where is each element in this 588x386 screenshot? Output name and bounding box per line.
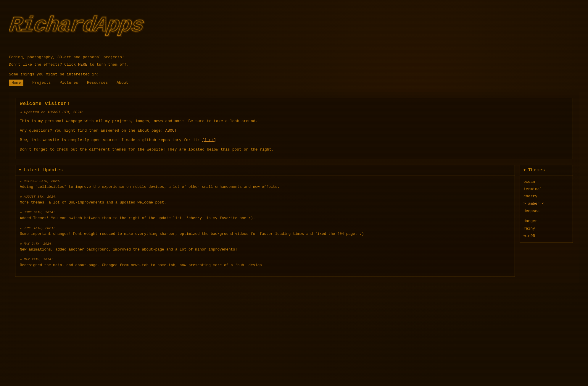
subtitle-area: Coding, photography, 3D-art and personal… [9,54,579,68]
updates-panel-header: ▼ Latest Updates [15,165,515,175]
theme-danger[interactable]: danger [523,218,569,225]
themes-title: Themes [528,168,545,173]
themes-panel: ▼ Themes ocean terminal cherry amber < d… [520,165,573,243]
welcome-text3: Btw, this website is completly open sour… [20,137,568,143]
update-entry-3: JUNE 30TH, 2024: Added Themes! You can s… [20,210,510,221]
logo-area: RichardApps RichardApps [9,6,579,49]
main-container: Welcome visitor! ★ Updated on AUGUST 8TH… [9,92,579,283]
nav-projects[interactable]: Projects [32,80,51,85]
themes-content: ocean terminal cherry amber < deepsea da… [520,175,573,243]
theme-amber[interactable]: amber < [523,200,569,208]
bottom-row: ▼ Latest Updates OCTOBER 26TH, 2024: Add… [15,165,573,277]
welcome-text2: Any questions? You might find them answe… [20,127,568,134]
update-entry-1: OCTOBER 26TH, 2024: Adding "collabsibles… [20,179,510,190]
theme-cherry[interactable]: cherry [523,193,569,200]
subtitle-line2: Don't like the effects? Click HERE to tu… [9,62,579,68]
welcome-text1: This is my personal webpage with all my … [20,118,568,125]
theme-separator [523,215,569,218]
nav-bar: Home Projects Pictures Resources About [9,80,579,86]
subtitle-line1: Coding, photography, 3D-art and personal… [9,54,579,61]
nav-pictures[interactable]: Pictures [60,80,78,85]
welcome-updated: ★ Updated on AUGUST 8TH, 2024: [20,110,568,114]
update-text-1: Adding "collabsibles" to improve the exp… [20,184,510,190]
themes-arrow-icon: ▼ [523,168,526,172]
welcome-box: Welcome visitor! ★ Updated on AUGUST 8TH… [15,98,573,159]
theme-win95[interactable]: win95 [523,232,569,240]
nav-about[interactable]: About [117,80,128,85]
update-text-3: Added Themes! You can switch between the… [20,215,510,221]
update-date-2: AUGUST 8TH, 2024: [20,195,510,198]
nav-intro: Some things you might be interested in: [9,72,579,77]
update-entry-6: MAY 20TH, 2024: Redesigned the main- and… [20,257,510,268]
theme-ocean[interactable]: ocean [523,178,569,186]
updates-arrow-icon: ▼ [19,168,21,172]
updates-title: Latest Updates [24,168,63,173]
site-logo: RichardApps RichardApps [9,9,201,44]
welcome-title: Welcome visitor! [20,101,568,106]
update-date-4: JUNE 15TH, 2024: [20,226,510,230]
update-date-3: JUNE 30TH, 2024: [20,210,510,214]
effects-toggle-link[interactable]: HERE [78,62,87,67]
theme-terminal[interactable]: terminal [523,186,569,193]
update-date-6: MAY 20TH, 2024: [20,257,510,261]
update-text-6: Redesigned the main- and about-page. Cha… [20,262,510,268]
svg-text:RichardApps: RichardApps [9,14,146,39]
update-date-1: OCTOBER 26TH, 2024: [20,179,510,183]
update-entry-2: AUGUST 8TH, 2024: More themes, a lot of … [20,195,510,206]
nav-home[interactable]: Home [9,80,23,86]
update-text-4: Some important changes! Font-weight redu… [20,231,510,237]
update-text-5: New animations, added another background… [20,247,510,253]
update-entry-4: JUNE 15TH, 2024: Some important changes!… [20,226,510,237]
welcome-text4: Don't forget to check out the different … [20,146,568,153]
updates-panel: ▼ Latest Updates OCTOBER 26TH, 2024: Add… [15,165,515,277]
themes-panel-header: ▼ Themes [520,165,573,175]
repo-link[interactable]: [link] [202,138,216,142]
about-link[interactable]: ABOUT [165,128,177,133]
update-entry-5: MAY 24TH, 2024: New animations, added an… [20,242,510,253]
theme-rainy[interactable]: rainy [523,225,569,232]
update-date-5: MAY 24TH, 2024: [20,242,510,246]
update-text-2: More themes, a lot of QoL-improvements a… [20,200,510,206]
theme-deepsea[interactable]: deepsea [523,208,569,215]
nav-resources[interactable]: Resources [87,80,108,85]
updates-content: OCTOBER 26TH, 2024: Adding "collabsibles… [15,175,515,277]
